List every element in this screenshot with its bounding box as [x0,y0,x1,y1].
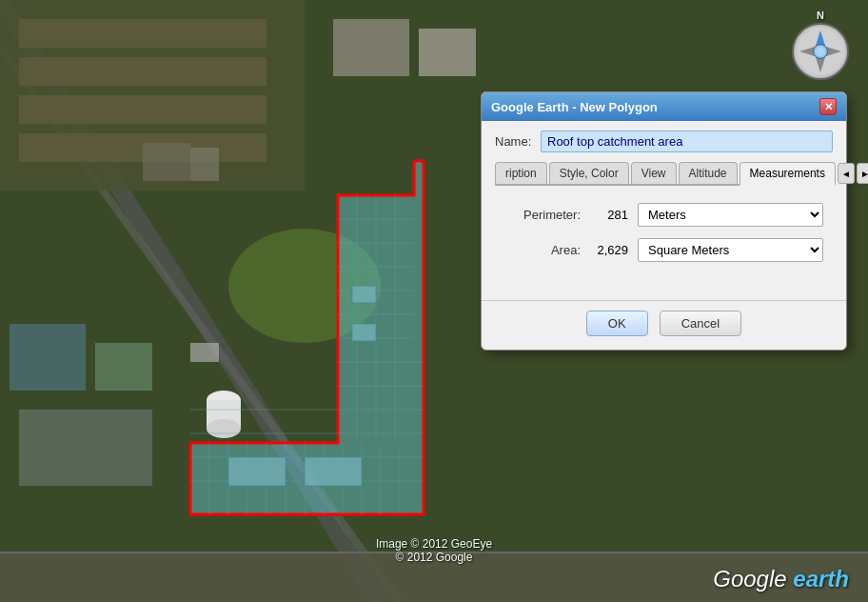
map-watermark: Image © 2012 GeoEye © 2012 Google [376,537,492,564]
tab-altitude[interactable]: Altitude [679,162,738,184]
cancel-button[interactable]: Cancel [660,311,741,336]
area-value: 2,629 [590,243,628,257]
perimeter-value: 281 [590,208,628,222]
area-row: Area: 2,629 Square Meters Square Feet Ac… [504,238,823,262]
svg-rect-19 [190,148,219,181]
tab-measurements[interactable]: Measurements [740,162,836,186]
svg-marker-55 [816,57,825,72]
watermark-line2: © 2012 Google [376,551,492,564]
svg-rect-5 [19,19,266,48]
compass-n-label: N [792,10,849,21]
new-polygon-dialog: Google Earth - New Polygon ✕ Name: ripti… [481,91,847,351]
svg-rect-18 [143,143,190,181]
area-unit-select[interactable]: Square Meters Square Feet Acres Hectares… [638,238,823,262]
tab-next-button[interactable]: ► [857,163,868,184]
svg-rect-15 [190,343,219,362]
svg-rect-10 [419,29,476,76]
svg-rect-11 [10,324,86,391]
measurements-panel: Perimeter: 281 Meters Feet Kilometers Mi… [495,199,833,277]
svg-rect-13 [19,410,152,486]
svg-point-22 [207,419,241,438]
tab-view[interactable]: View [631,162,677,184]
dialog-close-button[interactable]: ✕ [819,98,837,115]
perimeter-unit-select[interactable]: Meters Feet Kilometers Miles [638,203,823,227]
name-row: Name: [495,130,833,152]
ok-button[interactable]: OK [586,311,648,336]
perimeter-row: Perimeter: 281 Meters Feet Kilometers Mi… [504,203,823,227]
perimeter-label: Perimeter: [504,208,581,222]
svg-rect-12 [95,343,152,391]
tab-style-color[interactable]: Style, Color [549,162,629,184]
navigation-control[interactable]: N [792,10,849,67]
dialog-titlebar: Google Earth - New Polygon ✕ [482,92,846,121]
watermark-line1: Image © 2012 GeoEye [376,537,492,551]
svg-rect-9 [333,19,409,76]
tabs-row: ription Style, Color View Altitude Measu… [495,162,833,186]
name-label: Name: [495,134,533,149]
svg-marker-57 [826,47,841,56]
tab-description[interactable]: ription [495,162,547,184]
name-input[interactable] [541,130,833,152]
earth-text: earth [793,566,849,592]
svg-point-14 [228,229,381,343]
compass-center[interactable] [813,44,828,59]
compass-ring[interactable] [792,23,849,80]
tab-nav-arrows: ◄ ► [838,163,868,184]
dialog-body: Name: ription Style, Color View Altitude… [482,121,846,291]
svg-rect-6 [19,57,266,86]
dialog-title: Google Earth - New Polygon [491,100,658,114]
svg-rect-7 [19,95,266,124]
area-label: Area: [504,243,581,257]
dialog-footer: OK Cancel [482,300,846,350]
tab-prev-button[interactable]: ◄ [838,163,855,184]
google-earth-logo: Google earth [713,566,849,592]
